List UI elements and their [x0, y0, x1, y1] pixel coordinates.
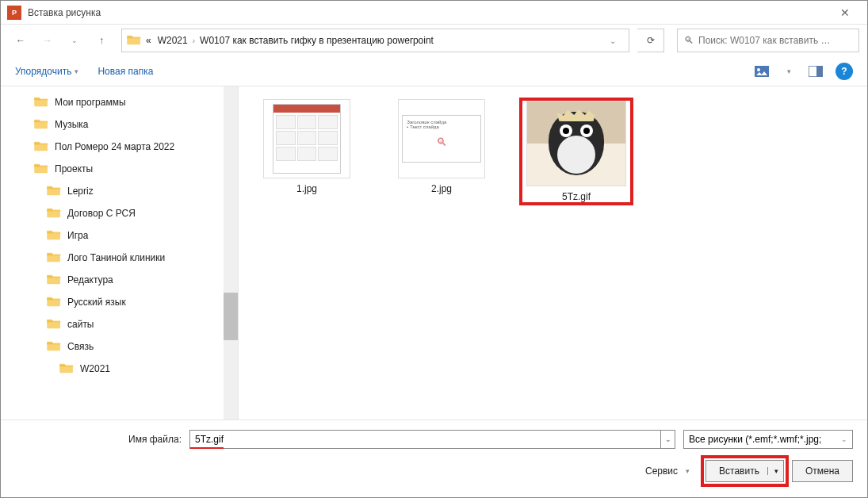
filename-label: Имя файла: — [15, 434, 189, 445]
file-list: 1.jpgЗаголовок слайда• Текст слайда🔍︎2.j… — [239, 86, 867, 419]
cancel-button[interactable]: Отмена — [792, 460, 853, 482]
chevron-down-icon: ▾ — [686, 467, 690, 475]
tree-item-label: Мои программы — [55, 97, 126, 108]
organize-label: Упорядочить — [15, 66, 71, 77]
tree-item-label: Проекты — [55, 163, 93, 174]
cancel-label: Отмена — [805, 465, 839, 477]
powerpoint-icon: P — [7, 6, 21, 20]
chevron-down-icon: ▾ — [75, 67, 78, 75]
folder-icon — [47, 318, 67, 331]
forward-button[interactable]: → — [36, 29, 59, 52]
nav-bar: ← → ⌄ ↑ « W2021 › W0107 как вставить гиф… — [1, 25, 867, 56]
file-thumbnail: Заголовок слайда• Текст слайда🔍︎ — [398, 99, 485, 178]
main-area: Мои программыМузыкаПол Ромеро 24 марта 2… — [1, 86, 867, 419]
insert-dropdown-icon[interactable]: ▾ — [767, 467, 778, 475]
path-prefix: « — [146, 35, 151, 46]
tree-item[interactable]: Связь — [1, 335, 238, 358]
svg-rect-3 — [816, 66, 823, 77]
file-name: 2.jpg — [431, 183, 452, 194]
tree-item-label: Редактура — [67, 274, 113, 285]
view-mode-dropdown[interactable]: ▾ — [777, 62, 801, 81]
address-bar[interactable]: « W2021 › W0107 как вставить гифку в пре… — [121, 29, 629, 52]
folder-tree: Мои программыМузыкаПол Ромеро 24 марта 2… — [1, 86, 239, 419]
chevron-down-icon: ⌄ — [841, 435, 847, 443]
insert-label: Вставить — [719, 465, 759, 477]
filename-field-wrap — [189, 430, 661, 449]
tools-label: Сервис — [645, 465, 678, 477]
refresh-button[interactable]: ⟳ — [637, 29, 664, 52]
file-name: 1.jpg — [296, 183, 317, 194]
scrollbar-thumb[interactable] — [224, 293, 238, 340]
tree-item-label: Музыка — [55, 119, 88, 130]
tree-item[interactable]: Игра — [1, 224, 238, 247]
path-segment[interactable]: W2021 — [158, 35, 188, 46]
file-thumbnail — [263, 99, 350, 178]
file-item[interactable]: 5Tz.gif — [521, 99, 632, 204]
folder-icon — [47, 274, 67, 287]
filename-input[interactable] — [195, 431, 656, 448]
filename-dropdown[interactable]: ⌄ — [661, 430, 675, 449]
tree-item[interactable]: Редактура — [1, 269, 238, 291]
help-button[interactable]: ? — [835, 63, 853, 80]
file-type-filter[interactable]: Все рисунки (*.emf;*.wmf;*.jpg; ⌄ — [683, 430, 853, 449]
insert-button[interactable]: Вставить ▾ — [705, 460, 784, 482]
titlebar: P Вставка рисунка ✕ — [1, 1, 867, 25]
tree-item[interactable]: сайты — [1, 313, 238, 335]
tree-item[interactable]: Музыка — [1, 113, 238, 136]
folder-icon — [47, 251, 67, 265]
folder-icon — [34, 140, 55, 154]
toolbar: Упорядочить ▾ Новая папка ▾ ? — [1, 56, 867, 86]
filter-label: Все рисунки (*.emf;*.wmf;*.jpg; — [689, 434, 821, 445]
path-dropdown-icon[interactable]: ⌄ — [602, 36, 624, 45]
folder-icon — [47, 296, 67, 309]
tree-item[interactable]: Lepriz — [1, 180, 238, 202]
folder-icon — [34, 118, 55, 132]
window-title: Вставка рисунка — [28, 7, 829, 18]
tree-item[interactable]: Лого Таниной клиники — [1, 247, 238, 269]
path-separator-icon: › — [193, 36, 195, 45]
tree-scrollbar[interactable] — [224, 86, 238, 419]
folder-icon — [127, 34, 146, 48]
tree-item-label: Лого Таниной клиники — [67, 252, 165, 263]
file-item[interactable]: Заголовок слайда• Текст слайда🔍︎2.jpg — [386, 99, 497, 194]
bottom-bar: Имя файла: ⌄ Все рисунки (*.emf;*.wmf;*.… — [1, 419, 867, 492]
close-button[interactable]: ✕ — [829, 2, 861, 24]
tree-item-label: Договор С РСЯ — [67, 208, 136, 219]
file-item[interactable]: 1.jpg — [251, 99, 362, 194]
new-folder-button[interactable]: Новая папка — [98, 66, 153, 77]
tree-item[interactable]: W2021 — [1, 358, 238, 380]
tree-item-label: Пол Ромеро 24 марта 2022 — [55, 141, 174, 152]
tree-item-label: Lepriz — [67, 186, 94, 197]
tree-item[interactable]: Мои программы — [1, 91, 238, 113]
path-segment[interactable]: W0107 как вставить гифку в презентацию p… — [200, 35, 434, 46]
folder-icon — [47, 229, 67, 243]
view-mode-button[interactable] — [750, 62, 774, 81]
search-input[interactable] — [698, 35, 852, 46]
folder-icon — [59, 362, 80, 376]
tools-button[interactable]: Сервис ▾ — [645, 465, 690, 477]
file-thumbnail — [526, 101, 626, 186]
folder-icon — [47, 340, 67, 354]
tree-item-label: Игра — [67, 230, 88, 241]
folder-icon — [47, 185, 67, 198]
tree-item-label: W2021 — [80, 363, 110, 374]
search-box[interactable]: 🔍︎ — [677, 29, 859, 52]
tree-item[interactable]: Пол Ромеро 24 марта 2022 — [1, 136, 238, 158]
tree-item[interactable]: Русский язык — [1, 291, 238, 313]
up-button[interactable]: ↑ — [90, 29, 113, 52]
new-folder-label: Новая папка — [98, 66, 153, 77]
tree-item-label: Связь — [67, 341, 94, 352]
back-button[interactable]: ← — [9, 29, 33, 52]
tree-item[interactable]: Договор С РСЯ — [1, 202, 238, 224]
svg-point-1 — [757, 68, 760, 71]
preview-pane-button[interactable] — [804, 62, 828, 81]
organize-button[interactable]: Упорядочить ▾ — [15, 66, 78, 77]
tree-item[interactable]: Проекты — [1, 158, 238, 180]
file-name: 5Tz.gif — [562, 191, 591, 202]
highlight-underline — [190, 447, 224, 449]
folder-icon — [34, 96, 55, 109]
tree-item-label: Русский язык — [67, 297, 126, 308]
folder-icon — [47, 207, 67, 220]
search-icon: 🔍︎ — [684, 35, 694, 46]
recent-dropdown[interactable]: ⌄ — [63, 29, 86, 52]
